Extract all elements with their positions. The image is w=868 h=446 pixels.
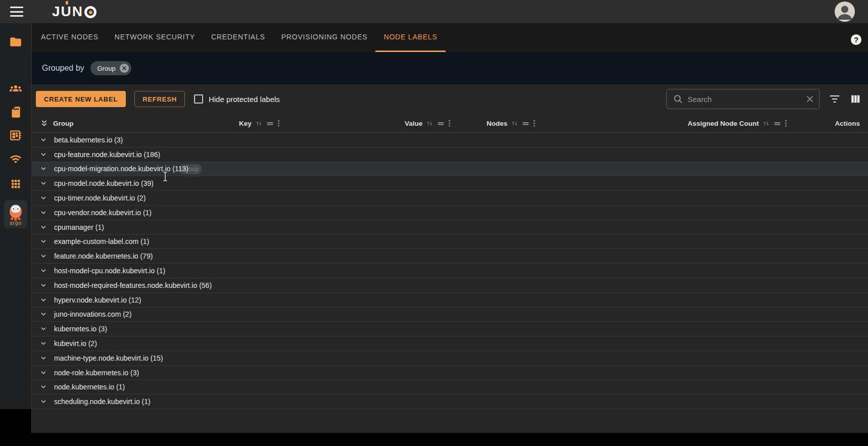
group-row[interactable]: example-custom-label.com (1)	[32, 235, 868, 250]
group-row[interactable]: juno-innovations.com (2)	[32, 308, 868, 322]
group-row[interactable]: kubernetes.io (3)	[32, 322, 868, 336]
grouped-by-bar: Grouped by Group	[32, 52, 868, 84]
columns-view-icon[interactable]	[850, 93, 861, 105]
argo-label: argo	[10, 220, 22, 226]
group-row[interactable]: cpu-model-migration.node.kubevirt.io (11…	[32, 162, 868, 177]
group-row[interactable]: cpu-model.node.kubevirt.io (39)	[32, 176, 868, 191]
group-row[interactable]: host-model-required-features.node.kubevi…	[32, 278, 868, 293]
group-row[interactable]: node-role.kubernetes.io (3)	[32, 366, 868, 380]
filter-icon[interactable]	[829, 93, 841, 105]
tab-node-labels[interactable]: NODE LABELS	[375, 23, 445, 52]
chevron-down-icon[interactable]	[40, 267, 47, 274]
column-label: Assigned Node Count	[688, 120, 759, 127]
user-avatar[interactable]	[835, 2, 855, 22]
column-header-nodes[interactable]: Nodes	[487, 114, 536, 133]
hide-protected-checkbox-wrap[interactable]: Hide protected labels	[194, 94, 280, 104]
drag-handle-icon[interactable]	[266, 120, 274, 127]
sort-icon[interactable]	[511, 120, 518, 127]
chevron-down-icon[interactable]	[40, 209, 47, 216]
collapse-all-icon[interactable]	[40, 119, 49, 128]
group-row[interactable]: feature.node.kubernetes.io (79)	[32, 249, 868, 264]
group-row-label: kubernetes.io (3)	[54, 325, 107, 333]
sort-icon[interactable]	[255, 120, 263, 127]
group-row[interactable]: hyperv.node.kubevirt.io (12)	[32, 293, 868, 308]
group-row[interactable]: cpumanager (1)	[32, 220, 868, 235]
chevron-down-icon[interactable]	[40, 355, 47, 362]
chevron-down-icon[interactable]	[40, 383, 47, 390]
group-row-label: example-custom-label.com (1)	[54, 237, 149, 245]
group-row[interactable]: scheduling.node.kubevirt.io (1)	[32, 394, 868, 409]
group-row-label: cpu-timer.node.kubevirt.io (2)	[54, 194, 146, 202]
chevron-down-icon[interactable]	[40, 253, 47, 260]
hide-protected-checkbox[interactable]	[194, 94, 203, 104]
chevron-down-icon[interactable]	[40, 296, 47, 304]
tab-active-nodes[interactable]: ACTIVE NODES	[33, 23, 107, 52]
group-column-header[interactable]: Group	[40, 114, 74, 133]
chevron-down-icon[interactable]	[40, 369, 47, 376]
chevron-down-icon[interactable]	[40, 282, 47, 289]
sidebar: argo	[0, 23, 31, 409]
column-label: Key	[239, 120, 252, 127]
help-icon[interactable]: ?	[851, 34, 861, 45]
drag-handle-icon[interactable]	[437, 120, 445, 127]
tab-credentials[interactable]: CREDENTIALS	[203, 23, 273, 52]
actions-column-label: Actions	[835, 120, 860, 127]
sidebar-item-hardware[interactable]	[0, 128, 31, 142]
tab-bar: ACTIVE NODES NETWORK SECURITY CREDENTIAL…	[32, 23, 868, 52]
search-box[interactable]	[666, 89, 819, 109]
drag-handle-icon[interactable]	[522, 120, 529, 127]
group-row-label: cpu-model-migration.node.kubevirt.io (11…	[54, 165, 188, 173]
hamburger-menu-icon[interactable]	[10, 7, 23, 17]
group-row[interactable]: node.kubernetes.io (1)	[32, 380, 868, 395]
sidebar-item-storage[interactable]	[0, 105, 31, 119]
sidebar-item-files[interactable]	[0, 35, 31, 49]
tab-network-security[interactable]: NETWORK SECURITY	[107, 23, 203, 52]
sort-icon[interactable]	[426, 120, 433, 127]
chip-close-icon[interactable]	[120, 64, 129, 73]
tab-provisioning-nodes[interactable]: PROVISIONING NODES	[273, 23, 376, 52]
chevron-down-icon[interactable]	[40, 340, 47, 347]
group-row-label: feature.node.kubernetes.io (79)	[54, 252, 153, 260]
group-row[interactable]: beta.kubernetes.io (3)	[32, 133, 868, 147]
column-menu-icon[interactable]	[785, 119, 787, 127]
chevron-down-icon[interactable]	[40, 224, 47, 231]
column-label: Nodes	[487, 120, 507, 127]
group-row-label: scheduling.node.kubevirt.io (1)	[54, 398, 151, 406]
chevron-down-icon[interactable]	[40, 325, 47, 332]
column-header-assigned-node-count[interactable]: Assigned Node Count	[688, 114, 787, 133]
group-row[interactable]: host-model-cpu.node.kubevirt.io (1)	[32, 264, 868, 278]
group-chip[interactable]: Group	[90, 61, 131, 75]
wifi-icon	[9, 153, 23, 165]
group-row-label: hyperv.node.kubevirt.io (12)	[54, 296, 141, 304]
chevron-down-icon[interactable]	[40, 180, 47, 187]
sidebar-item-users[interactable]	[0, 81, 31, 95]
chevron-down-icon[interactable]	[40, 398, 47, 405]
chevron-down-icon[interactable]	[40, 238, 47, 245]
sidebar-item-network[interactable]	[0, 152, 31, 166]
group-row-label: node-role.kubernetes.io (3)	[54, 369, 139, 377]
table-header: Group Key Value	[32, 114, 868, 133]
column-menu-icon[interactable]	[533, 119, 536, 127]
column-header-value[interactable]: Value	[405, 114, 451, 133]
refresh-button[interactable]: REFRESH	[134, 91, 185, 107]
chevron-down-icon[interactable]	[40, 165, 47, 172]
column-menu-icon[interactable]	[277, 119, 280, 127]
search-input[interactable]	[688, 95, 801, 104]
group-row[interactable]: cpu-timer.node.kubevirt.io (2)	[32, 191, 868, 206]
search-icon	[673, 94, 683, 104]
drag-handle-icon[interactable]	[774, 120, 781, 127]
chevron-down-icon[interactable]	[40, 311, 47, 318]
chevron-down-icon[interactable]	[40, 136, 47, 143]
sidebar-item-argo[interactable]: argo	[4, 200, 27, 228]
group-row[interactable]: cpu-feature.node.kubevirt.io (186)	[32, 147, 868, 162]
group-row[interactable]: machine-type.node.kubevirt.io (15)	[32, 351, 868, 366]
group-row[interactable]: kubevirt.io (2)	[32, 336, 868, 351]
sort-icon[interactable]	[762, 120, 770, 127]
group-row[interactable]: cpu-vendor.node.kubevirt.io (1)	[32, 206, 868, 220]
column-menu-icon[interactable]	[448, 119, 451, 127]
column-header-key[interactable]: Key	[239, 114, 280, 133]
create-new-label-button[interactable]: CREATE NEW LABEL	[36, 91, 126, 107]
clear-search-icon[interactable]	[806, 95, 814, 103]
chevron-down-icon[interactable]	[40, 151, 47, 158]
chevron-down-icon[interactable]	[40, 194, 47, 202]
